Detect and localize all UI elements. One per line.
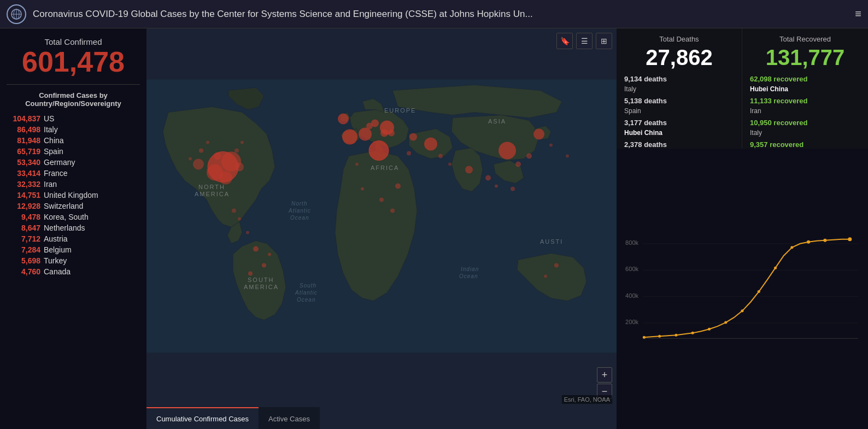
list-item: 7,284Belgium: [7, 244, 140, 255]
list-button[interactable]: ☰: [576, 33, 593, 49]
svg-point-8: [219, 172, 232, 185]
country-count: 65,719: [7, 147, 40, 156]
svg-point-89: [790, 246, 793, 249]
tab-cumulative-confirmed[interactable]: Cumulative Confirmed Cases: [146, 407, 259, 429]
country-name: Turkey: [44, 256, 67, 265]
svg-text:AMERICA: AMERICA: [195, 191, 230, 197]
svg-point-86: [741, 309, 743, 312]
death-entry: 5,138 deathsSpain: [624, 96, 734, 115]
recovered-value: 10,950 recovered: [750, 119, 808, 127]
country-count: 9,478: [7, 213, 40, 221]
svg-point-18: [498, 142, 516, 160]
death-value: 9,134 deaths: [624, 75, 667, 83]
country-name: United Kingdom: [44, 191, 98, 199]
svg-point-40: [544, 275, 547, 278]
map-tabs: Cumulative Confirmed Cases Active Cases: [146, 407, 320, 429]
stats-top-row: Total Deaths 27,862 9,134 deathsItaly5,1…: [617, 28, 868, 149]
right-panels: Total Deaths 27,862 9,134 deathsItaly5,1…: [617, 28, 868, 429]
svg-point-83: [691, 332, 694, 334]
svg-text:North: North: [291, 201, 307, 207]
left-sidebar: Total Confirmed 601,478 Confirmed Cases …: [0, 28, 146, 429]
svg-point-24: [409, 133, 417, 141]
svg-text:NORTH: NORTH: [198, 184, 225, 190]
recovered-entry: 10,950 recoveredItaly: [750, 117, 860, 137]
svg-point-50: [232, 209, 236, 213]
svg-point-38: [495, 185, 498, 188]
total-confirmed-value: 601,478: [7, 46, 140, 78]
country-count: 5,698: [7, 256, 40, 265]
country-name: Spain: [44, 147, 63, 156]
svg-point-51: [238, 218, 241, 221]
svg-point-13: [342, 130, 357, 145]
svg-point-12: [369, 141, 389, 161]
country-name: China: [44, 136, 64, 145]
death-entry: 9,134 deathsItaly: [624, 74, 734, 93]
map-area[interactable]: 🔖 ☰ ⊞: [146, 28, 617, 429]
list-item: 5,698Turkey: [7, 255, 140, 266]
list-item: 12,928Switzerland: [7, 201, 140, 211]
list-item: 81,948China: [7, 135, 140, 146]
svg-text:600k: 600k: [625, 266, 639, 272]
svg-point-84: [708, 328, 711, 331]
country-count: 33,414: [7, 169, 40, 178]
country-count: 53,340: [7, 158, 40, 167]
svg-text:AMERICA: AMERICA: [244, 284, 279, 290]
svg-text:ASIA: ASIA: [488, 118, 506, 125]
recovered-value: 11,133 recovered: [750, 97, 808, 105]
country-name: France: [44, 169, 68, 178]
svg-point-92: [848, 237, 852, 241]
zoom-in-button[interactable]: +: [597, 367, 612, 383]
country-name: Iran: [44, 180, 57, 189]
svg-point-32: [390, 209, 395, 213]
country-count: 104,837: [7, 114, 40, 123]
svg-point-22: [388, 130, 395, 137]
death-region: Hubei China: [624, 129, 662, 137]
app-header: Coronavirus COVID-19 Global Cases by the…: [0, 0, 868, 28]
svg-point-43: [206, 141, 209, 144]
list-item: 104,837US: [7, 113, 140, 124]
svg-point-36: [526, 154, 532, 159]
total-confirmed-label: Total Confirmed: [7, 37, 140, 46]
bookmark-button[interactable]: 🔖: [556, 33, 573, 49]
svg-point-41: [199, 149, 203, 153]
svg-point-53: [566, 155, 569, 158]
tab-active-cases[interactable]: Active Cases: [259, 407, 320, 429]
grid-button[interactable]: ⊞: [596, 33, 612, 49]
recovered-region: Hubei China: [750, 85, 788, 93]
svg-point-52: [246, 231, 249, 234]
svg-text:Ocean: Ocean: [297, 297, 315, 303]
country-count: 7,712: [7, 234, 40, 243]
svg-point-35: [515, 162, 521, 167]
svg-point-20: [380, 130, 388, 137]
recovered-region: Italy: [750, 129, 762, 137]
svg-point-23: [366, 123, 373, 130]
svg-point-19: [533, 129, 544, 140]
svg-point-37: [511, 187, 515, 191]
recovered-entry: 11,133 recoveredIran: [750, 96, 860, 115]
country-count: 32,332: [7, 180, 40, 189]
svg-text:200k: 200k: [625, 319, 639, 325]
country-list: 104,837US86,498Italy81,948China65,719Spa…: [7, 113, 140, 277]
svg-point-31: [361, 187, 364, 191]
svg-point-25: [253, 246, 259, 252]
death-region: Italy: [624, 85, 636, 93]
by-country-label: Confirmed Cases by Country/Region/Sovere…: [7, 91, 140, 108]
svg-text:Atlantic: Atlantic: [295, 290, 318, 296]
svg-text:800k: 800k: [625, 239, 639, 246]
svg-point-87: [758, 290, 760, 293]
map-toolbar: 🔖 ☰ ⊞: [556, 33, 612, 49]
svg-point-11: [214, 152, 221, 160]
list-item: 65,719Spain: [7, 146, 140, 157]
menu-icon[interactable]: ≡: [855, 8, 861, 20]
svg-point-48: [438, 154, 443, 158]
divider-1: [7, 84, 140, 85]
svg-text:AUSTI: AUSTI: [540, 238, 563, 245]
svg-text:AFRICA: AFRICA: [371, 164, 399, 171]
country-count: 86,498: [7, 125, 40, 134]
death-value: 2,378 deaths: [624, 140, 667, 149]
country-count: 81,948: [7, 136, 40, 145]
death-entry: 2,378 deathsIran: [624, 139, 734, 149]
svg-point-90: [807, 240, 810, 244]
svg-point-49: [448, 163, 451, 166]
svg-text:Atlantic: Atlantic: [288, 208, 311, 214]
